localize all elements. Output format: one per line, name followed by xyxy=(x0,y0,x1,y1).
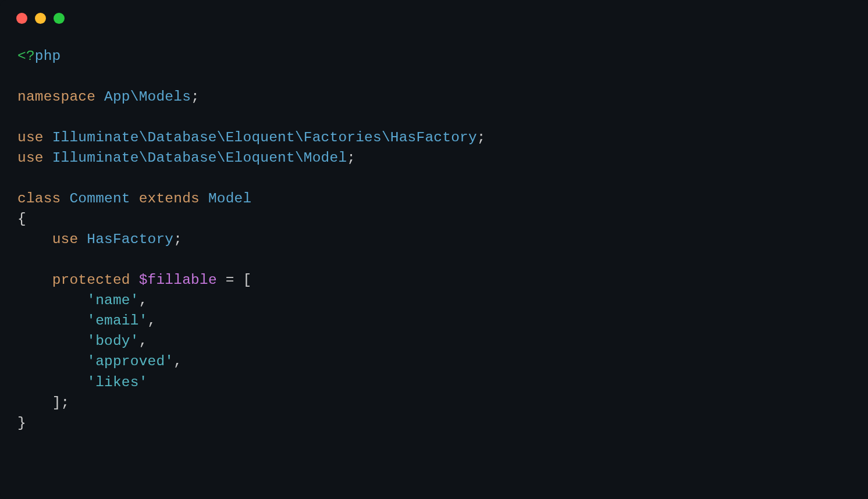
comma: , xyxy=(148,313,156,329)
open-brace: { xyxy=(17,211,26,227)
string-email: 'email' xyxy=(87,313,147,329)
class-name: Comment xyxy=(69,191,130,206)
indent xyxy=(17,272,52,288)
php-open-tag: <? xyxy=(17,48,35,64)
indent xyxy=(17,231,52,247)
semicolon: ; xyxy=(191,89,200,105)
code-editor[interactable]: <?phpnamespace App\Models;use Illuminate… xyxy=(0,30,868,450)
string-approved: 'approved' xyxy=(87,354,173,369)
code-line: ]; xyxy=(17,393,851,413)
comma: , xyxy=(173,354,182,369)
indent xyxy=(17,354,87,369)
semicolon: ; xyxy=(477,130,486,145)
close-brace: } xyxy=(17,415,26,431)
import-name: Illuminate\Database\Eloquent\Factories\H… xyxy=(52,130,477,145)
code-line: { xyxy=(17,209,851,229)
keyword-extends: extends xyxy=(139,191,200,206)
import-name: Illuminate\Database\Eloquent\Model xyxy=(52,150,347,166)
semicolon: ; xyxy=(173,231,182,247)
close-icon[interactable] xyxy=(16,13,27,24)
minimize-icon[interactable] xyxy=(35,13,46,24)
editor-window: <?phpnamespace App\Models;use Illuminate… xyxy=(0,0,868,499)
keyword-use: use xyxy=(17,130,44,145)
indent xyxy=(17,395,52,411)
operator-equals: = xyxy=(217,272,243,288)
code-line xyxy=(17,66,851,87)
keyword-use: use xyxy=(52,231,79,247)
indent xyxy=(17,293,87,308)
code-line: 'likes' xyxy=(17,372,851,393)
namespace-name: App\Models xyxy=(104,89,191,105)
code-line: namespace App\Models; xyxy=(17,87,851,107)
parent-class: Model xyxy=(208,191,252,206)
string-likes: 'likes' xyxy=(87,375,147,390)
trait-name: HasFactory xyxy=(87,231,173,247)
code-line: 'name', xyxy=(17,290,851,311)
semicolon: ; xyxy=(347,150,355,166)
indent xyxy=(17,313,87,329)
comma: , xyxy=(139,333,148,349)
indent xyxy=(17,333,87,349)
code-line: <?php xyxy=(17,46,851,66)
open-bracket: [ xyxy=(243,272,252,288)
code-line: use Illuminate\Database\Eloquent\Factori… xyxy=(17,127,851,148)
keyword-protected: protected xyxy=(52,272,130,288)
code-line: 'body', xyxy=(17,331,851,351)
keyword-namespace: namespace xyxy=(17,89,95,105)
keyword-use: use xyxy=(17,150,44,166)
string-body: 'body' xyxy=(87,333,138,349)
code-line: 'approved', xyxy=(17,351,851,372)
code-line: use Illuminate\Database\Eloquent\Model; xyxy=(17,148,851,168)
comma: , xyxy=(139,293,148,308)
maximize-icon[interactable] xyxy=(54,13,65,24)
indent xyxy=(17,375,87,390)
code-line: } xyxy=(17,413,851,433)
code-line: 'email', xyxy=(17,311,851,331)
window-titlebar xyxy=(0,0,868,30)
code-line: class Comment extends Model xyxy=(17,188,851,209)
variable-fillable: $fillable xyxy=(139,272,217,288)
code-line xyxy=(17,250,851,270)
keyword-class: class xyxy=(17,191,61,206)
close-bracket-semi: ]; xyxy=(52,395,70,411)
code-line: protected $fillable = [ xyxy=(17,270,851,290)
code-line xyxy=(17,168,851,188)
code-line: use HasFactory; xyxy=(17,229,851,250)
php-word: php xyxy=(35,48,61,64)
string-name: 'name' xyxy=(87,293,138,308)
code-line xyxy=(17,107,851,127)
